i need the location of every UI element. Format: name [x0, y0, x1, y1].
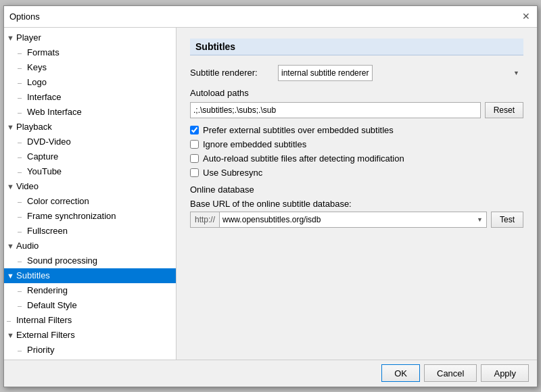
- sidebar-label-web-interface: Web Interface: [27, 107, 82, 117]
- sidebar-item-formats[interactable]: –Formats: [4, 45, 176, 60]
- dash-icon-rendering: –: [18, 287, 27, 295]
- sidebar-item-dvd-video[interactable]: –DVD-Video: [4, 134, 176, 149]
- sidebar-label-capture: Capture: [27, 151, 58, 162]
- sidebar-item-audio[interactable]: ▼Audio: [4, 239, 176, 253]
- prefer-external-label: Prefer external subtitles over embedded …: [203, 125, 394, 135]
- content-area: ▼Player–Formats–Keys–Logo–Interface–Web …: [4, 28, 537, 360]
- sidebar-item-fullscreen[interactable]: –Fullscreen: [4, 224, 176, 239]
- sidebar-label-default-style: Default Style: [27, 300, 77, 310]
- sidebar-item-subtitles[interactable]: ▼Subtitles: [4, 268, 176, 283]
- sidebar: ▼Player–Formats–Keys–Logo–Interface–Web …: [4, 28, 177, 360]
- sidebar-item-logo[interactable]: –Logo: [4, 75, 176, 90]
- footer: OK Cancel Apply: [4, 360, 537, 387]
- sidebar-label-video: Video: [16, 181, 39, 191]
- sidebar-label-formats: Formats: [27, 47, 60, 57]
- dash-icon-internal-filters: –: [7, 316, 16, 324]
- subtitle-renderer-select-wrapper[interactable]: internal subtitle rendererVSFilter (auto…: [278, 65, 523, 81]
- dash-icon-sound-processing: –: [18, 257, 27, 265]
- sidebar-item-playback[interactable]: ▼Playback: [4, 120, 176, 134]
- autoload-paths-input[interactable]: [190, 102, 481, 118]
- ignore-embedded-checkbox[interactable]: [190, 140, 199, 149]
- dash-icon-capture: –: [18, 153, 27, 161]
- dash-icon-interface: –: [18, 93, 27, 101]
- sidebar-item-youtube[interactable]: –YouTube: [4, 164, 176, 179]
- subtitle-renderer-label: Subtitle renderer:: [190, 68, 278, 78]
- sidebar-item-interface[interactable]: –Interface: [4, 90, 176, 105]
- sidebar-item-external-filters[interactable]: ▼External Filters: [4, 328, 176, 343]
- cancel-button[interactable]: Cancel: [424, 364, 477, 382]
- use-subresync-row: Use Subresync: [190, 168, 523, 178]
- use-subresync-checkbox[interactable]: [190, 168, 199, 177]
- ok-button[interactable]: OK: [381, 364, 420, 382]
- sidebar-label-audio: Audio: [16, 241, 39, 251]
- autoload-paths-row: Reset: [190, 102, 523, 118]
- toggle-icon-audio: ▼: [7, 242, 16, 250]
- test-button[interactable]: Test: [491, 212, 523, 228]
- sidebar-label-frame-sync: Frame synchronization: [27, 211, 116, 221]
- dash-icon-fullscreen: –: [18, 227, 27, 235]
- dash-icon-youtube: –: [18, 168, 27, 176]
- sidebar-label-logo: Logo: [27, 77, 47, 87]
- window-title: Options: [9, 11, 40, 22]
- sidebar-label-interface: Interface: [27, 92, 62, 102]
- use-subresync-label: Use Subresync: [203, 168, 262, 178]
- sidebar-item-priority[interactable]: –Priority: [4, 343, 176, 358]
- sidebar-item-player[interactable]: ▼Player: [4, 30, 176, 45]
- ignore-embedded-row: Ignore embedded subtitles: [190, 139, 523, 149]
- auto-reload-checkbox[interactable]: [190, 154, 199, 163]
- dash-icon-dvd-video: –: [18, 138, 27, 146]
- sidebar-label-playback: Playback: [16, 122, 52, 132]
- sidebar-label-player: Player: [16, 32, 41, 43]
- sidebar-item-internal-filters[interactable]: –Internal Filters: [4, 313, 176, 328]
- sidebar-label-dvd-video: DVD-Video: [27, 137, 71, 147]
- sidebar-label-external-filters: External Filters: [16, 330, 75, 340]
- online-db-section: Online database Base URL of the online s…: [190, 185, 523, 228]
- dash-icon-default-style: –: [18, 301, 27, 310]
- sidebar-item-video[interactable]: ▼Video: [4, 179, 176, 194]
- prefer-external-row: Prefer external subtitles over embedded …: [190, 125, 523, 135]
- dash-icon-keys: –: [18, 64, 27, 72]
- autoload-paths-label: Autoload paths: [190, 88, 523, 98]
- sidebar-label-sound-processing: Sound processing: [27, 255, 97, 266]
- options-window: Options ✕ ▼Player–Formats–Keys–Logo–Inte…: [3, 5, 538, 387]
- auto-reload-label: Auto-reload subtitle files after detecti…: [203, 153, 404, 164]
- sidebar-label-color-correction: Color correction: [27, 196, 89, 206]
- toggle-icon-video: ▼: [7, 182, 16, 191]
- url-prefix: http://: [190, 212, 219, 228]
- close-button[interactable]: ✕: [521, 11, 532, 22]
- reset-button[interactable]: Reset: [485, 102, 523, 118]
- sidebar-label-fullscreen: Fullscreen: [27, 226, 68, 236]
- url-select[interactable]: www.opensubtitles.org/isdb: [219, 212, 487, 228]
- url-row: http:// www.opensubtitles.org/isdb Test: [190, 212, 523, 228]
- dash-icon-priority: –: [18, 346, 27, 354]
- apply-button[interactable]: Apply: [481, 364, 529, 382]
- main-panel: Subtitles Subtitle renderer: internal su…: [177, 28, 537, 360]
- sidebar-item-color-correction[interactable]: –Color correction: [4, 194, 176, 209]
- prefer-external-checkbox[interactable]: [190, 126, 199, 134]
- sidebar-label-keys: Keys: [27, 62, 47, 72]
- sidebar-item-keys[interactable]: –Keys: [4, 60, 176, 75]
- sidebar-item-capture[interactable]: –Capture: [4, 149, 176, 164]
- sidebar-item-frame-sync[interactable]: –Frame synchronization: [4, 209, 176, 224]
- toggle-icon-external-filters: ▼: [7, 331, 16, 339]
- toggle-icon-subtitles: ▼: [7, 272, 16, 280]
- subtitle-renderer-select[interactable]: internal subtitle rendererVSFilter (auto…: [278, 65, 373, 81]
- title-bar: Options ✕: [4, 6, 537, 28]
- url-select-wrapper[interactable]: www.opensubtitles.org/isdb: [219, 212, 487, 228]
- subtitle-renderer-row: Subtitle renderer: internal subtitle ren…: [190, 65, 523, 81]
- toggle-icon-player: ▼: [7, 34, 16, 42]
- sidebar-label-youtube: YouTube: [27, 166, 62, 176]
- sidebar-item-sound-processing[interactable]: –Sound processing: [4, 253, 176, 268]
- base-url-label: Base URL of the online subtitle database…: [190, 199, 523, 209]
- dash-icon-color-correction: –: [18, 197, 27, 205]
- panel-title: Subtitles: [190, 39, 523, 55]
- dash-icon-web-interface: –: [18, 108, 27, 116]
- sidebar-item-default-style[interactable]: –Default Style: [4, 298, 176, 313]
- auto-reload-row: Auto-reload subtitle files after detecti…: [190, 153, 523, 164]
- ignore-embedded-label: Ignore embedded subtitles: [203, 139, 306, 149]
- sidebar-label-subtitles: Subtitles: [16, 270, 50, 280]
- sidebar-item-web-interface[interactable]: –Web Interface: [4, 105, 176, 120]
- toggle-icon-playback: ▼: [7, 123, 16, 131]
- sidebar-item-rendering[interactable]: –Rendering: [4, 283, 176, 298]
- online-db-label: Online database: [190, 185, 523, 195]
